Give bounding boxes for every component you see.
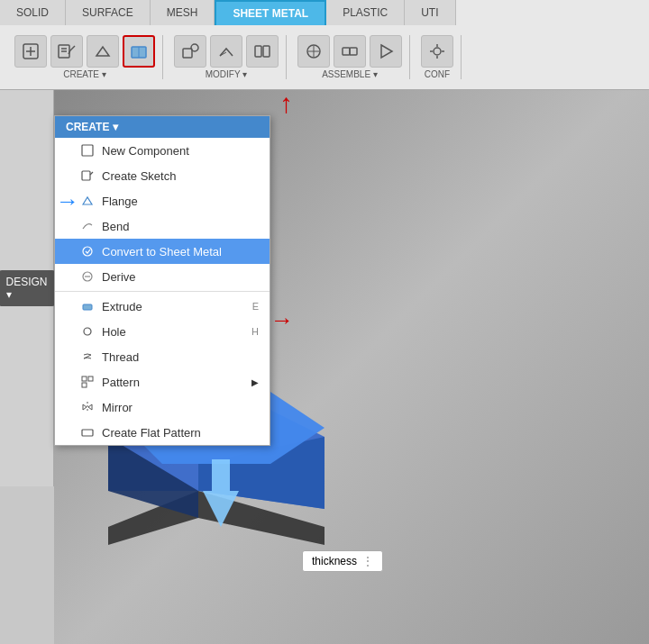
svg-line-6 [70, 46, 75, 50]
red-up-arrow: ↑ [279, 88, 293, 119]
svg-rect-18 [343, 48, 350, 55]
svg-marker-35 [83, 404, 87, 410]
assemble-icons-row [297, 35, 402, 68]
svg-rect-29 [83, 304, 92, 310]
thickness-label: thickness [312, 555, 357, 567]
convert-sheet-metal-menu-icon [80, 244, 95, 259]
svg-point-30 [84, 328, 91, 335]
dropdown-item-pattern[interactable]: Pattern ▶ [55, 369, 270, 395]
dropdown-item-hole[interactable]: Hole H [55, 319, 270, 344]
tab-sheet-metal[interactable]: SHEET METAL [215, 0, 326, 25]
svg-point-26 [83, 247, 92, 256]
svg-rect-31 [82, 376, 87, 381]
convert-sheet-metal-icon[interactable] [123, 35, 155, 68]
mirror-label: Mirror [102, 401, 133, 414]
toolbar-icons: CREATE ▾ MODIFY ▾ [0, 25, 649, 89]
dropdown-header-label: CREATE ▾ [66, 121, 118, 133]
extrude-menu-icon [80, 299, 95, 313]
create-dropdown: CREATE ▾ New Component Create Sketch Fla… [54, 115, 270, 446]
svg-rect-19 [350, 48, 357, 55]
conf-section: CONF [414, 35, 462, 79]
flange-label: Flange [102, 195, 138, 208]
flat-pattern-label: Create Flat Pattern [102, 426, 201, 440]
extrude-label: Extrude [102, 300, 142, 313]
assemble-icon-2[interactable] [334, 35, 366, 68]
svg-rect-13 [255, 46, 261, 57]
new-component-menu-icon [80, 143, 95, 158]
conf-icon[interactable] [421, 35, 453, 68]
svg-marker-25 [83, 197, 92, 204]
convert-sheet-metal-label: Convert to Sheet Metal [102, 245, 222, 259]
blue-right-arrow: → [56, 187, 79, 215]
dropdown-item-new-component[interactable]: New Component [55, 138, 270, 163]
thread-label: Thread [102, 350, 139, 364]
conf-label[interactable]: CONF [425, 69, 450, 79]
tab-surface[interactable]: SURFACE [66, 0, 151, 25]
assemble-icon-1[interactable] [297, 35, 330, 68]
derive-menu-icon [80, 269, 95, 284]
dropdown-item-create-sketch[interactable]: Create Sketch [55, 163, 270, 188]
tab-solid[interactable]: SOLID [0, 0, 66, 25]
mirror-menu-icon [80, 400, 95, 414]
modify-icon-1[interactable] [174, 35, 206, 68]
design-button[interactable]: DESIGN ▾ [0, 270, 55, 306]
hole-label: Hole [102, 325, 126, 339]
left-panel: DESIGN ▾ [0, 90, 54, 486]
svg-point-12 [191, 44, 198, 51]
svg-rect-14 [263, 46, 270, 57]
toolbar: SOLID SURFACE MESH SHEET METAL PLASTIC U… [0, 0, 649, 90]
assemble-icon-3[interactable] [370, 35, 402, 68]
svg-rect-32 [88, 376, 93, 381]
svg-point-21 [434, 48, 441, 55]
conf-icons-row [421, 35, 453, 68]
svg-rect-23 [82, 171, 90, 180]
modify-section: MODIFY ▾ [167, 35, 287, 79]
create-sketch-menu-icon [80, 168, 95, 183]
new-component-icon[interactable] [14, 35, 47, 68]
create-section: CREATE ▾ [7, 35, 163, 79]
new-component-label: New Component [102, 144, 189, 158]
pattern-menu-icon [80, 375, 95, 389]
tab-utilities[interactable]: UTI [405, 0, 455, 25]
dropdown-item-extrude[interactable]: Extrude E [55, 294, 270, 319]
pattern-label: Pattern [102, 376, 140, 389]
flange-menu-icon [80, 194, 95, 208]
tab-plastic[interactable]: PLASTIC [326, 0, 405, 25]
tooltip-menu-button[interactable]: ⋮ [362, 555, 373, 567]
modify-label[interactable]: MODIFY ▾ [206, 69, 247, 79]
dropdown-item-convert-sheet-metal[interactable]: Convert to Sheet Metal [55, 239, 270, 264]
svg-rect-33 [82, 383, 87, 387]
dropdown-item-bend[interactable]: Bend [55, 213, 270, 239]
dropdown-header[interactable]: CREATE ▾ [55, 116, 270, 138]
hole-menu-icon [80, 324, 95, 339]
dropdown-item-mirror[interactable]: Mirror [55, 395, 270, 420]
modify-icon-3[interactable] [246, 35, 279, 68]
svg-marker-36 [88, 404, 92, 410]
assemble-label[interactable]: ASSEMBLE ▾ [322, 69, 378, 79]
modify-icon-2[interactable] [210, 35, 242, 68]
svg-rect-11 [183, 49, 192, 58]
svg-marker-20 [381, 45, 392, 58]
dropdown-divider-1 [55, 291, 270, 292]
dropdown-item-flat-pattern[interactable]: Create Flat Pattern [55, 420, 270, 445]
thread-menu-icon [80, 349, 95, 364]
bend-label: Bend [102, 220, 129, 233]
create-sketch-label: Create Sketch [102, 169, 176, 183]
dropdown-item-flange[interactable]: Flange [55, 188, 270, 213]
red-right-arrow: → [270, 306, 294, 334]
thickness-tooltip: thickness ⋮ [302, 550, 383, 572]
create-sketch-icon[interactable] [50, 35, 83, 68]
create-label[interactable]: CREATE ▾ [63, 69, 106, 79]
create-icons-row [14, 35, 155, 68]
derive-label: Derive [102, 270, 136, 284]
assemble-section: ASSEMBLE ▾ [290, 35, 410, 79]
modify-icons-row [174, 35, 279, 68]
extrude-shortcut: E [252, 301, 259, 312]
bend-menu-icon [80, 219, 95, 233]
svg-rect-22 [82, 145, 93, 156]
svg-marker-8 [96, 47, 109, 56]
dropdown-item-thread[interactable]: Thread [55, 344, 270, 369]
dropdown-item-derive[interactable]: Derive [55, 264, 270, 289]
tab-mesh[interactable]: MESH [151, 0, 215, 25]
flange-icon[interactable] [87, 35, 119, 68]
